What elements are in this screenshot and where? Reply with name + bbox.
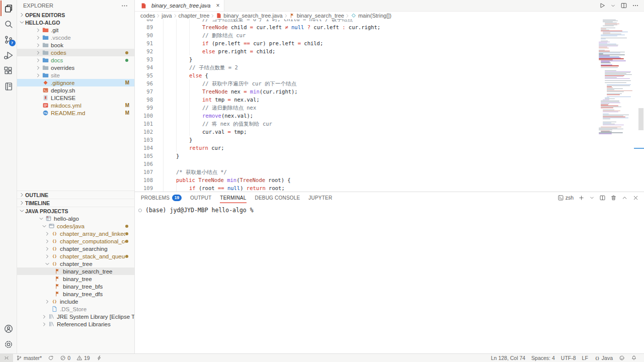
tree-item-chapter-computational-complexity[interactable]: {}chapter_computational_complexity — [17, 237, 134, 245]
activity-search-icon[interactable] — [1, 16, 17, 32]
tree-item-deploy-sh[interactable]: deploy.sh — [17, 86, 134, 94]
tree-item-mkdocs-yml[interactable]: mkdocs.ymlM — [17, 102, 134, 109]
ellipsis-icon[interactable] — [121, 2, 128, 10]
status-git-branch[interactable]: master* — [13, 354, 45, 362]
tree-item-chapter-array-and-linkedlist[interactable]: {}chapter_array_and_linkedlist — [17, 230, 134, 237]
tree-item-binary-tree-bfs[interactable]: binary_tree_bfs — [17, 283, 134, 290]
status-feedback[interactable] — [616, 354, 628, 362]
status-notifications[interactable] — [628, 354, 640, 362]
tree-item-site[interactable]: site — [17, 71, 134, 79]
chevron-right-icon[interactable] — [44, 299, 50, 305]
status-encoding[interactable]: UTF-8 — [558, 354, 579, 362]
tree-item-book[interactable]: book — [17, 41, 134, 49]
status-sync[interactable] — [45, 354, 57, 362]
panel-tab-terminal[interactable]: TERMINAL — [220, 192, 246, 203]
chevron-right-icon[interactable] — [35, 50, 41, 56]
chevron-right-icon[interactable] — [44, 231, 50, 237]
tree-item-docs[interactable]: docs — [17, 56, 134, 64]
breadcrumb-item-binary-search-tree-java[interactable]: binary_search_tree.java — [216, 13, 282, 19]
chevron-right-icon[interactable] — [35, 35, 41, 41]
chevron-down-icon[interactable] — [41, 223, 47, 229]
chevron-up-icon[interactable] — [621, 195, 628, 201]
chevron-right-icon[interactable] — [35, 72, 41, 78]
panel-tab-debug-console[interactable]: DEBUG CONSOLE — [255, 192, 300, 203]
breadcrumb-item-main-string[interactable]: main(String[]) — [351, 13, 391, 19]
activity-files-icon[interactable] — [1, 1, 17, 16]
chevron-right-icon[interactable] — [44, 253, 50, 259]
tree-item-ds-store[interactable]: .DS_Store — [17, 305, 134, 313]
panel-tab-problems[interactable]: PROBLEMS19 — [141, 192, 182, 203]
split-icon[interactable] — [599, 195, 606, 201]
tab-binary-search-tree[interactable]: binary_search_tree.java × — [135, 0, 224, 11]
minimap[interactable] — [597, 19, 637, 189]
chevron-down-icon[interactable] — [589, 195, 595, 201]
panel-tab-jupyter[interactable]: JUPYTER — [308, 192, 332, 203]
chevron-down-icon[interactable] — [610, 3, 616, 9]
chevron-right-icon[interactable] — [35, 57, 41, 63]
plus-icon[interactable] — [578, 195, 585, 201]
tree-item-readme-md[interactable]: README.mdM — [17, 109, 134, 117]
chevron-right-icon[interactable] — [44, 238, 50, 244]
chevron-right-icon[interactable] — [35, 27, 41, 33]
tree-item-referenced-libraries[interactable]: Referenced Libraries — [17, 320, 134, 328]
activity-account-icon[interactable] — [1, 321, 17, 336]
status-remote-indicator[interactable] — [0, 354, 13, 362]
activity-settings-gear-icon[interactable] — [1, 336, 17, 352]
status-warnings[interactable]: 19 — [73, 354, 93, 362]
chevron-down-icon[interactable] — [38, 216, 44, 222]
trash-icon[interactable] — [610, 195, 617, 201]
activity-run-debug-icon[interactable] — [1, 47, 17, 63]
tree-item-git[interactable]: .git — [17, 26, 134, 34]
status-cursor-position[interactable]: Ln 128, Col 74 — [488, 354, 528, 362]
shell-selector[interactable]: zsh — [557, 195, 574, 201]
breadcrumb-item-java[interactable]: java — [162, 13, 172, 19]
tree-item-codes[interactable]: codes — [17, 49, 134, 56]
split-editor-icon[interactable] — [620, 2, 627, 9]
section-header-open-editors[interactable]: OPEN EDITORS — [17, 11, 134, 19]
chevron-right-icon[interactable] — [41, 314, 47, 320]
tree-item-gitignore[interactable]: .gitignoreM — [17, 79, 134, 86]
play-icon[interactable] — [599, 2, 606, 9]
tree-item-jre-system-library-eclipse-temurin-17-17[interactable]: JRE System Library [Eclipse Temurin 17 [… — [17, 313, 134, 320]
tree-item-chapter-tree[interactable]: {}chapter_tree — [17, 260, 134, 267]
chevron-right-icon[interactable] — [35, 42, 41, 48]
status-errors[interactable]: 0 — [57, 354, 73, 362]
scrollbar-thumb[interactable] — [638, 108, 643, 130]
breadcrumb-item-codes[interactable]: codes — [140, 13, 155, 19]
tree-item-chapter-searching[interactable]: {}chapter_searching — [17, 245, 134, 252]
tree-item-binary-search-tree[interactable]: binary_search_tree — [17, 267, 134, 275]
tree-item-vscode[interactable]: .vscode — [17, 34, 134, 41]
chevron-right-icon[interactable] — [44, 246, 50, 252]
section-header-java-projects[interactable]: JAVA PROJECTS — [17, 207, 134, 215]
section-header-hello-algo[interactable]: HELLO-ALGO — [17, 19, 134, 26]
chevron-down-icon[interactable] — [44, 261, 50, 267]
status-indentation[interactable]: Spaces: 4 — [528, 354, 558, 362]
tree-item-binary-tree-dfs[interactable]: binary_tree_dfs — [17, 290, 134, 298]
code-editor[interactable]: 88// 当子结点数量 = 0 / 1 时, child = null / 该子… — [135, 19, 644, 192]
tree-item-codes-java[interactable]: codes/java — [17, 222, 134, 230]
panel-tab-output[interactable]: OUTPUT — [190, 192, 211, 203]
activity-extensions-icon[interactable] — [1, 63, 17, 78]
status-eol[interactable]: LF — [579, 354, 591, 362]
tree-item-include[interactable]: {}include — [17, 298, 134, 305]
activity-source-control-icon[interactable]: 7 — [1, 32, 17, 47]
terminal[interactable]: (base) jyd@JYD-MBP hello-algo % — [135, 203, 644, 214]
activity-notebook-icon[interactable] — [1, 78, 17, 94]
status-launch[interactable] — [93, 354, 105, 362]
tree-item-hello-algo[interactable]: hello-algo — [17, 215, 134, 222]
ellipsis-icon[interactable] — [632, 2, 639, 9]
chevron-right-icon[interactable] — [35, 65, 41, 71]
tree-item-license[interactable]: LICENSE — [17, 94, 134, 102]
section-header-timeline[interactable]: TIMELINE — [17, 199, 134, 207]
section-header-outline[interactable]: OUTLINE — [17, 191, 134, 199]
breadcrumb-item-binary-search-tree[interactable]: binary_search_tree — [289, 13, 344, 19]
tree-item-binary-tree[interactable]: binary_tree — [17, 275, 134, 283]
vertical-scrollbar[interactable] — [638, 19, 644, 192]
status-language-mode[interactable]: {}Java — [591, 354, 616, 362]
tree-item-chapter-stack-and-queue[interactable]: {}chapter_stack_and_queue — [17, 252, 134, 260]
close-icon[interactable]: × — [216, 3, 219, 9]
tree-item-overrides[interactable]: overrides — [17, 64, 134, 71]
breadcrumb-item-chapter-tree[interactable]: chapter_tree — [179, 13, 210, 19]
close-icon[interactable] — [632, 195, 639, 201]
chevron-right-icon[interactable] — [41, 321, 47, 327]
